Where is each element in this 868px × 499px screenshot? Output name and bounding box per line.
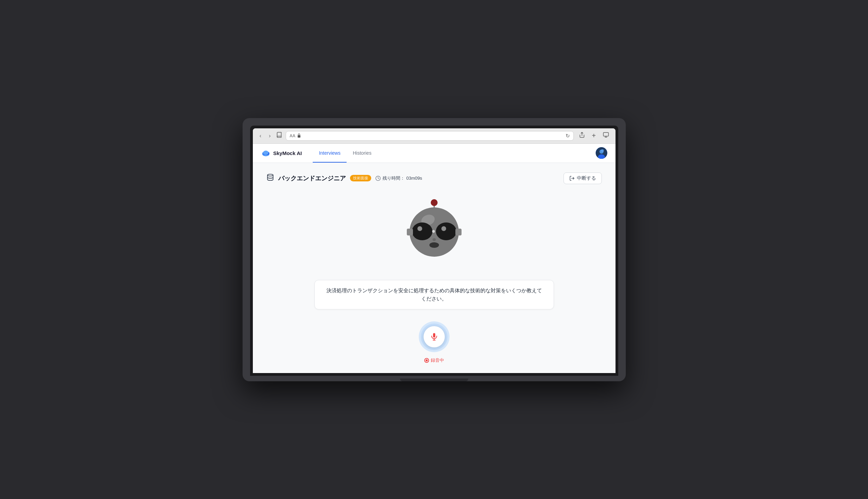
recording-dot-fill <box>426 360 428 362</box>
recording-status: 録音中 <box>424 357 444 364</box>
app-logo: SkyMock AI <box>261 148 302 158</box>
screen-bezel: ‹ › AA <box>250 125 618 376</box>
svg-point-17 <box>431 199 437 206</box>
svg-point-23 <box>441 226 446 231</box>
interrupt-button[interactable]: 中断する <box>563 172 602 184</box>
svg-point-26 <box>430 242 439 248</box>
tabs-overview-button[interactable] <box>601 131 611 140</box>
user-avatar[interactable] <box>596 147 607 159</box>
svg-rect-29 <box>433 333 435 338</box>
timer-value: 03m09s <box>407 175 422 181</box>
interview-type-badge: 技術面接 <box>350 175 371 181</box>
reload-icon[interactable]: ↻ <box>566 133 570 139</box>
bookmarks-icon[interactable] <box>276 132 282 139</box>
svg-rect-25 <box>455 229 461 235</box>
timer-group: 残り時間： 03m09s <box>375 175 422 181</box>
svg-rect-2 <box>603 132 608 136</box>
recording-indicator <box>424 358 429 363</box>
browser-chrome: ‹ › AA <box>253 128 616 373</box>
robot-avatar <box>397 194 472 273</box>
forward-button[interactable]: › <box>267 132 273 139</box>
app-content: SkyMock AI Interviews Histories <box>253 144 616 373</box>
browser-toolbar: ‹ › AA <box>253 128 616 144</box>
question-text: 決済処理のトランザクションを安全に処理するための具体的な技術的な対策をいくつか教… <box>326 288 542 302</box>
question-box: 決済処理のトランザクションを安全に処理するための具体的な技術的な対策をいくつか教… <box>314 280 554 309</box>
share-button[interactable] <box>577 131 587 140</box>
logo-icon <box>261 148 271 158</box>
svg-point-22 <box>418 226 422 231</box>
back-button[interactable]: ‹ <box>258 132 263 139</box>
lock-icon <box>297 133 301 138</box>
mic-area: 録音中 <box>417 320 451 364</box>
app-nav: SkyMock AI Interviews Histories <box>253 144 616 163</box>
svg-point-21 <box>436 222 456 240</box>
interrupt-label: 中断する <box>577 175 596 181</box>
font-size-label: AA <box>289 133 295 138</box>
address-bar[interactable]: AA https://skymockai.com/interviews/back… <box>286 131 574 141</box>
microphone-icon <box>430 332 438 341</box>
svg-point-27 <box>433 238 436 241</box>
tab-interviews[interactable]: Interviews <box>313 144 347 162</box>
robot-container <box>397 194 472 273</box>
svg-point-13 <box>267 174 273 176</box>
svg-rect-24 <box>407 229 413 235</box>
main-area: バックエンドエンジニア 技術面接 残り時間： 03m09s <box>253 163 616 373</box>
svg-rect-0 <box>298 135 300 137</box>
url-input[interactable]: https://skymockai.com/interviews/backend… <box>303 133 563 138</box>
title-group: バックエンドエンジニア 技術面接 残り時間： 03m09s <box>266 173 422 183</box>
clock-icon <box>375 175 381 181</box>
laptop-base <box>250 376 618 381</box>
tab-histories[interactable]: Histories <box>347 144 377 162</box>
database-icon <box>266 173 274 183</box>
timer-label: 残り時間： <box>383 175 405 181</box>
svg-point-8 <box>263 150 269 155</box>
recording-text: 録音中 <box>431 357 444 364</box>
logo-text: SkyMock AI <box>273 150 302 156</box>
page-header: バックエンドエンジニア 技術面接 残り時間： 03m09s <box>266 172 602 184</box>
svg-point-12 <box>601 149 604 152</box>
laptop-frame: ‹ › AA <box>243 118 626 381</box>
svg-point-28 <box>432 230 435 233</box>
interrupt-icon <box>569 175 575 181</box>
svg-point-20 <box>412 222 433 240</box>
nav-tabs: Interviews Histories <box>313 144 595 162</box>
mic-button[interactable] <box>424 326 445 348</box>
new-tab-button[interactable]: + <box>590 131 598 140</box>
mic-pulse-ring <box>417 320 451 354</box>
page-title: バックエンドエンジニア <box>278 174 346 182</box>
